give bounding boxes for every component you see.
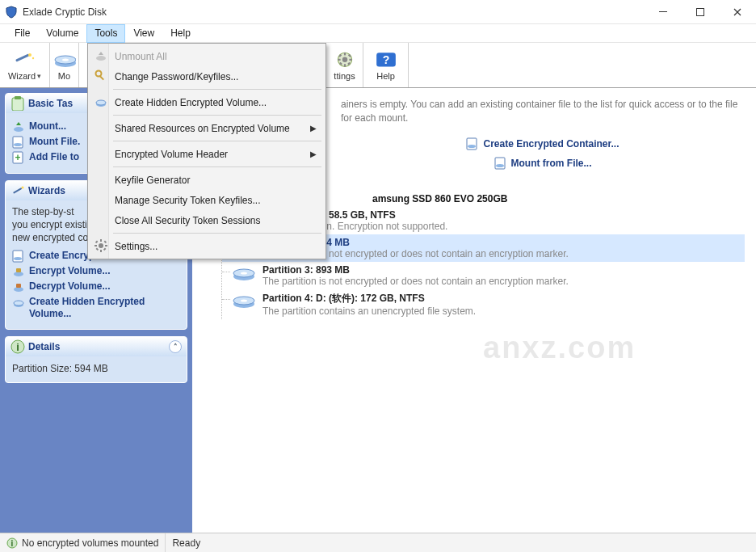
toolbar-help-label: Help [376, 71, 395, 81]
partition-icon [232, 265, 256, 281]
collapse-icon[interactable]: ˄ [169, 340, 182, 353]
menu-item[interactable]: Keyfile Generator [90, 170, 323, 190]
menu-volume[interactable]: Volume [38, 24, 86, 43]
menu-separator [113, 166, 321, 167]
toolbar-wizard[interactable]: Wizard▾ [0, 43, 50, 87]
close-button[interactable] [719, 0, 756, 24]
menu-item-label: Change Password/Keyfiles... [115, 71, 238, 82]
status-ready: Ready [166, 533, 207, 552]
svg-point-47 [96, 100, 106, 105]
toolbar-help[interactable]: Help [363, 43, 409, 87]
task-encrypt-volume[interactable]: Encrypt Volume... [12, 265, 180, 278]
wizard-icon [14, 50, 36, 70]
menu-item[interactable]: Change Password/Keyfiles... [90, 66, 323, 86]
partition-title: Partition 3: 893 MB [262, 264, 745, 276]
partition-subtitle: System partition. Encryption not support… [262, 221, 745, 232]
menu-item-label: Unmount All [115, 51, 167, 62]
page-icon [494, 157, 507, 170]
status-mounted-label: No encrypted volumes mounted [22, 537, 158, 549]
menu-item[interactable]: Shared Resources on Encrypted Volume▶ [90, 118, 323, 138]
status-icon: i [6, 537, 18, 549]
status-mounted: i No encrypted volumes mounted [0, 533, 166, 552]
partition-row[interactable]: Partition 4: D: (软件): 172 GB, NTFSThe pa… [222, 289, 745, 319]
unmount-all-icon [94, 49, 107, 62]
partition-row[interactable]: Partition 3: 893 MBThe partition is not … [222, 262, 745, 289]
task-decrypt-volume[interactable]: Decrypt Volume... [12, 280, 180, 293]
menu-item[interactable]: Create Hidden Encrypted Volume... [90, 92, 323, 112]
menu-bar: File Volume Tools View Help [0, 24, 756, 43]
menu-view[interactable]: View [125, 24, 162, 43]
mount-icon [53, 50, 76, 70]
menu-item[interactable]: Manage Security Token Keyfiles... [90, 190, 323, 210]
submenu-arrow-icon: ▶ [310, 124, 317, 133]
app-icon [5, 6, 18, 19]
menu-separator [113, 115, 321, 116]
panel-details-title: Details [28, 341, 60, 352]
mount-icon [12, 120, 25, 133]
container-icon [466, 137, 479, 150]
wand-icon [10, 183, 25, 198]
task-encrypt-volume-label: Encrypt Volume... [29, 265, 180, 277]
menu-item: Unmount All [90, 46, 323, 66]
task-create-hidden[interactable]: Create Hidden Encrypted Volume... [12, 296, 180, 320]
key-icon [94, 70, 107, 82]
window-controls [645, 0, 756, 24]
add-page-icon [12, 151, 25, 164]
maximize-button[interactable] [682, 0, 719, 24]
link-create-container-label: Create Encrypted Container... [483, 138, 619, 150]
hidden-vol-icon [12, 296, 25, 309]
partition-title: Partition 1: C: 58.5 GB, NTFS [262, 209, 745, 221]
svg-point-36 [14, 127, 23, 132]
link-mount-file[interactable]: Mount from File... [494, 157, 592, 170]
tools-menu: Unmount AllChange Password/Keyfiles...Cr… [87, 43, 326, 259]
menu-item[interactable]: Close All Security Token Sessions [90, 210, 323, 230]
toolbar-wizard-label: Wizard [8, 71, 36, 81]
app-title: Exlade Cryptic Disk [23, 6, 107, 18]
svg-point-42 [14, 301, 23, 305]
toolbar-mount-label: Mo [58, 71, 70, 81]
svg-rect-38 [16, 268, 21, 272]
task-create-hidden-label: Create Hidden Encrypted Volume... [29, 296, 180, 320]
menu-item-label: Keyfile Generator [115, 175, 190, 186]
task-decrypt-volume-label: Decrypt Volume... [29, 280, 180, 293]
menu-item[interactable]: Encrypted Volume Header▶ [90, 144, 323, 164]
menu-help[interactable]: Help [162, 24, 199, 43]
decrypt-icon [12, 280, 25, 293]
help-icon [375, 50, 397, 70]
page-icon [12, 136, 25, 149]
toolbar-settings-label: ttings [334, 71, 355, 81]
link-create-container[interactable]: Create Encrypted Container... [466, 137, 619, 150]
menu-item-label: Create Hidden Encrypted Volume... [115, 97, 267, 108]
panel-basic-title: Basic Tas [28, 98, 73, 109]
link-mount-file-label: Mount from File... [511, 158, 592, 169]
menu-item[interactable]: Settings... [90, 236, 323, 256]
svg-rect-34 [659, 11, 667, 12]
hidden-vol-icon [94, 95, 107, 108]
svg-text:i: i [11, 539, 14, 548]
toolbar-mount-trunc[interactable]: Mo [50, 43, 79, 87]
partition-subtitle: The partition is not encrypted or does n… [262, 276, 745, 287]
watermark: anxz.com [483, 331, 636, 365]
toolbar-settings-trunc[interactable]: ttings [326, 43, 363, 87]
svg-rect-35 [697, 8, 704, 15]
encrypt-icon [12, 265, 25, 278]
settings-icon [334, 50, 356, 70]
menu-item-label: Shared Resources on Encrypted Volume [115, 123, 290, 134]
container-icon [12, 250, 25, 263]
panel-details: Details ˄ Partition Size: 594 MB [5, 336, 187, 383]
menu-tools[interactable]: Tools [86, 24, 125, 43]
clipboard-icon [10, 96, 25, 111]
partition-title: Partition 4: D: (软件): 172 GB, NTFS [262, 292, 745, 305]
svg-rect-40 [16, 284, 21, 288]
menu-file[interactable]: File [6, 24, 38, 43]
dropdown-arrow-icon: ▾ [37, 72, 41, 80]
svg-point-45 [96, 56, 106, 61]
menu-separator [113, 89, 321, 90]
status-bar: i No encrypted volumes mounted Ready [0, 533, 756, 552]
partition-subtitle: The partition contains an unencrypted fi… [262, 305, 745, 317]
minimize-button[interactable] [645, 0, 682, 24]
menu-item-label: Encrypted Volume Header [115, 149, 228, 160]
menu-separator [113, 233, 321, 234]
panel-details-header[interactable]: Details ˄ [6, 337, 187, 356]
menu-separator [113, 141, 321, 141]
